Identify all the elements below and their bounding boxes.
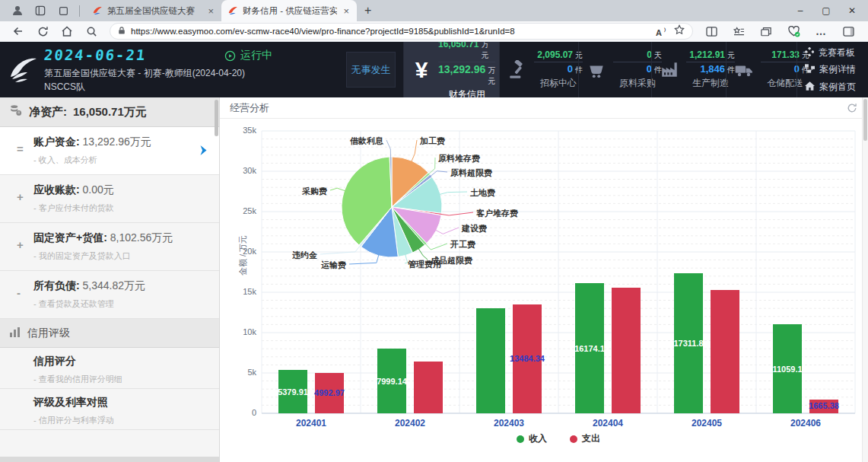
finance-sidebar: 净资产: 16,050.71万元 =账户资金: 13,292.96万元- 收入、…	[0, 97, 220, 462]
sidebar-item[interactable]: +固定资产+货值: 8,102.56万元- 我的固定资产及贷款入口	[0, 223, 219, 271]
tab-close-icon[interactable]: ×	[206, 5, 215, 17]
item-desc: - 客户应付未付的货款	[33, 202, 219, 214]
income-bar	[476, 308, 505, 413]
stat-label: 财务信用	[449, 88, 485, 98]
pie-label: 违约金	[292, 250, 317, 261]
net-assets-label: 净资产:	[29, 105, 67, 119]
sidebar-item[interactable]: =账户资金: 13,292.96万元- 收入、成本分析	[0, 127, 219, 175]
stat-block-bidding[interactable]: 2,095.07元0件招标中心	[499, 42, 578, 97]
close-button[interactable]: ✕	[839, 5, 865, 16]
income-bar: 16174.1	[575, 283, 604, 413]
tab-actions-icon[interactable]	[54, 2, 72, 19]
y-axis-tick: 35k	[227, 126, 256, 135]
item-title: 账户资金:	[33, 135, 80, 148]
sidebar-bottom-strip	[0, 457, 219, 462]
y-axis-tick: 0	[227, 408, 256, 417]
net-assets-value: 16,050.71万元	[73, 105, 147, 119]
app-header: 2024-06-21 运行中 第五届全国供应链大赛 - 初赛-教师组(2024-…	[0, 42, 868, 97]
tab-title: 财务信用 - 供应链运营实战（赛	[243, 5, 337, 17]
browser-tab[interactable]: 财务信用 - 供应链运营实战（赛×	[221, 0, 357, 21]
workspaces-icon[interactable]	[31, 2, 49, 19]
net-assets-header: 净资产: 16,050.71万元	[0, 97, 219, 127]
url-text[interactable]: https://www.easymoo.com/ev-scmw-race40/v…	[131, 27, 650, 36]
sign-icon: -	[17, 286, 21, 299]
sidebar-toggle-icon[interactable]	[838, 23, 858, 40]
refresh-chart-icon[interactable]	[847, 103, 857, 116]
panel-title: 经营分析	[230, 101, 269, 115]
browser-tab[interactable]: 第五届全国供应链大赛×	[86, 0, 221, 21]
item-value: 0.00元	[83, 183, 114, 196]
y-axis-tick: 25k	[227, 206, 256, 215]
tab-list: 第五届全国供应链大赛×财务信用 - 供应链运营实战（赛×	[86, 0, 357, 21]
stat-block-warehouse[interactable]: 171.33元0件仓储配送	[726, 42, 796, 97]
menu-label: 竞赛看板	[819, 46, 855, 59]
header-menu-item[interactable]: 案例详情	[805, 63, 868, 76]
favorite-star-icon[interactable]	[674, 24, 685, 38]
match-info: 2024-06-21 运行中	[44, 46, 348, 63]
header-menu-item[interactable]: 竞赛看板	[805, 46, 868, 59]
cases-icon	[805, 64, 815, 75]
header-menu-item[interactable]: 案例首页	[805, 81, 868, 94]
income-bar: 11059.1	[773, 324, 802, 413]
operating-analysis-chart: 加工费原料堆存费原料超限费土地费客户堆存费建设费开工费成品超限费管理费用运输费违…	[224, 128, 862, 455]
header-menu: 竞赛看板案例详情案例首页	[796, 42, 868, 97]
expense-bar-label: 4992.97	[314, 388, 345, 397]
browser-tab-strip: 第五届全国供应链大赛×财务信用 - 供应链运营实战（赛× + – ▢ ✕	[0, 0, 868, 21]
pie-label: 开工费	[450, 239, 475, 250]
sidebar-scrollbar-thumb[interactable]	[215, 100, 218, 136]
x-axis-label: 202406	[756, 418, 855, 429]
page-scrollbar[interactable]	[862, 97, 868, 462]
favorites-bar-icon[interactable]	[729, 23, 749, 40]
sidebar-item[interactable]: -所有负债: 5,344.82万元- 查看贷款及还款管理	[0, 271, 219, 319]
gavel-icon	[506, 60, 529, 80]
maximize-button[interactable]: ▢	[813, 5, 839, 16]
sign-icon: +	[17, 238, 24, 251]
tab-close-icon[interactable]: ×	[342, 5, 351, 17]
stat-block-material[interactable]: 0天0件原料采购	[578, 42, 651, 97]
item-value: 8,102.56万元	[110, 231, 173, 244]
menu-label: 案例首页	[819, 81, 856, 94]
item-desc: - 我的固定资产及贷款入口	[33, 250, 219, 262]
play-circle-icon	[224, 50, 236, 62]
x-axis-label: 202403	[459, 418, 558, 429]
page-scrollbar-thumb[interactable]	[863, 99, 867, 141]
stat-value-1: 16,050.71	[438, 42, 479, 49]
credit-items: 信用评分- 查看我的信用评分明细评级及利率对照- 信用评分与利率浮动	[0, 348, 219, 430]
stat-block-production[interactable]: 1,212.91元1,846件生产制造	[651, 42, 726, 97]
browser-essentials-icon[interactable]	[784, 23, 803, 40]
read-aloud-icon[interactable]: A﹚	[656, 25, 669, 37]
address-bar[interactable]: https://www.easymoo.com/ev-scmw-race40/v…	[110, 23, 693, 40]
item-value: 13,292.96万元	[83, 135, 151, 148]
minimize-button[interactable]: –	[787, 5, 813, 16]
event-log-button[interactable]: 无事发生	[346, 52, 396, 88]
search-icon[interactable]	[81, 23, 101, 40]
more-menu-icon[interactable]: …	[811, 23, 831, 40]
stat-value-2: 0	[568, 63, 573, 75]
collections-icon[interactable]	[756, 23, 776, 40]
stat-block-finance[interactable]: ¥16,050.71万元13,292.96万元财务信用	[403, 42, 499, 97]
item-desc: - 查看我的信用评分明细	[33, 374, 219, 385]
pie-label: 运输费	[321, 260, 346, 271]
profile-icon[interactable]	[8, 2, 27, 19]
toolbar-right-icons: …	[699, 23, 860, 40]
chart-legend: 收入支出	[262, 432, 855, 445]
legend-item[interactable]: 支出	[570, 432, 600, 445]
credit-item[interactable]: 信用评分- 查看我的信用评分明细	[0, 348, 219, 389]
home-icon[interactable]	[57, 23, 77, 40]
expense-bar	[612, 288, 641, 413]
credit-item[interactable]: 评级及利率对照- 信用评分与利率浮动	[0, 389, 219, 430]
stat-label: 生产制造	[692, 77, 729, 90]
split-screen-icon[interactable]	[701, 23, 721, 40]
income-bar: 17311.8	[674, 273, 703, 413]
pie-label: 加工费	[420, 135, 445, 147]
x-axis-label: 202404	[558, 418, 657, 429]
favicon-icon	[227, 5, 238, 16]
sidebar-item[interactable]: +应收账款: 0.00元- 客户应付未付的货款	[0, 175, 219, 223]
legend-item[interactable]: 收入	[517, 432, 547, 445]
refresh-icon[interactable]	[33, 23, 52, 40]
new-tab-button[interactable]: +	[364, 4, 371, 18]
pie-label: 建设费	[462, 223, 487, 234]
back-icon[interactable]	[8, 23, 28, 40]
credit-rating-section-header: 信用评级	[0, 319, 219, 348]
pie-label: 土地费	[470, 187, 495, 199]
